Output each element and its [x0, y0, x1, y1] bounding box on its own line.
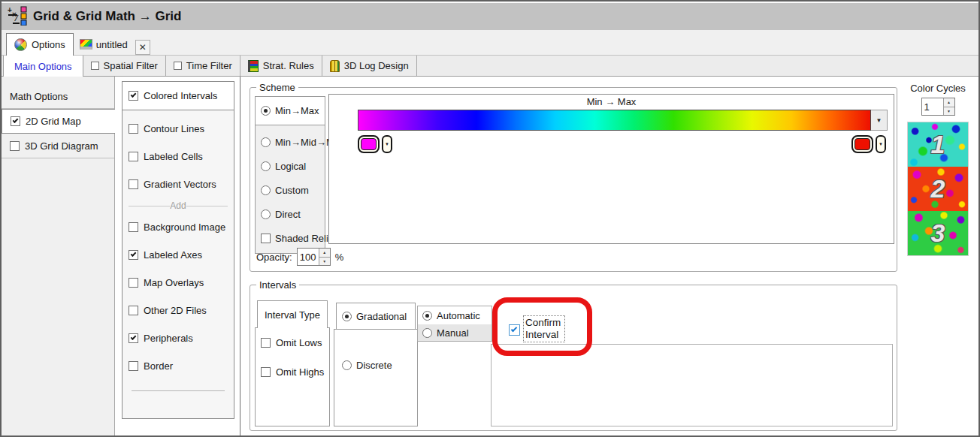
scheme-mode-direct[interactable]: Direct: [256, 202, 325, 226]
tab-spatial-filter[interactable]: Spatial Filter: [83, 56, 166, 76]
gradational-option[interactable]: Gradational: [336, 303, 416, 329]
layer-item-map-overlays[interactable]: Map Overlays: [122, 269, 234, 297]
labeled-axes-label: Labeled Axes: [144, 249, 202, 261]
output-type-nav: Math Options 2D Grid Map 3D Grid Diagram: [2, 77, 115, 435]
min-mid-max-radio: [261, 137, 271, 147]
grid-math-app-icon: + × ⁄: [8, 6, 27, 28]
window-title: Grid & Grid Math → Grid: [33, 9, 181, 24]
cycle-previews: 1 2 3: [907, 122, 969, 256]
cycles-down-icon[interactable]: ▼: [944, 107, 954, 116]
shaded-relief-option[interactable]: Shaded Relief: [256, 226, 325, 250]
close-tab-icon[interactable]: ✕: [135, 40, 150, 55]
colored-intervals-label: Colored Intervals: [144, 90, 217, 101]
color-cycles-section: Color Cycles 1 ▲ ▼ 1 2 3: [905, 87, 971, 431]
max-color-control: ▼: [851, 135, 886, 153]
cycle-preview-2[interactable]: 2: [908, 167, 968, 211]
manual-label: Manual: [437, 327, 469, 339]
add-separator-label: Add: [170, 200, 186, 211]
scheme-mode-min-max[interactable]: Min→Max: [255, 96, 325, 125]
cycle-3-number: 3: [908, 211, 968, 255]
gradient-editor: Min → Max ▼ ▼ ▼: [328, 94, 894, 244]
scheme-mode-list: Min→Max Min→Mid→Max Logical: [255, 96, 325, 254]
opacity-up-icon[interactable]: ▲: [319, 249, 330, 257]
shaded-relief-checkbox: [261, 234, 271, 243]
nav-item-math-options[interactable]: Math Options: [2, 84, 114, 109]
content-area: Math Options 2D Grid Map 3D Grid Diagram…: [2, 77, 978, 435]
automatic-radio: [422, 311, 432, 321]
min-color-swatch[interactable]: [358, 135, 380, 153]
opacity-stepper[interactable]: 100 ▲ ▼: [297, 248, 331, 266]
3d-grid-diagram-checkbox: [10, 141, 20, 151]
tab-time-filter-label: Time Filter: [186, 60, 232, 71]
discrete-option[interactable]: Discrete: [334, 360, 417, 371]
layer-item-colored-intervals[interactable]: Colored Intervals: [122, 81, 234, 110]
layer-item-other-2d-files[interactable]: Other 2D Files: [122, 297, 234, 324]
spatial-filter-checkbox: [91, 62, 99, 70]
automatic-option[interactable]: Automatic: [417, 306, 492, 324]
interval-type-tab[interactable]: Interval Type: [257, 300, 328, 328]
confirm-interval-option[interactable]: Confirm Interval: [509, 315, 565, 342]
layer-item-contour-lines[interactable]: Contour Lines: [122, 115, 234, 143]
opacity-unit: %: [335, 252, 344, 263]
layer-item-gradient-vectors[interactable]: Gradient Vectors: [122, 170, 234, 198]
max-color-dropdown-icon[interactable]: ▼: [876, 135, 886, 153]
scheme-mode-logical[interactable]: Logical: [256, 154, 325, 178]
map-overlays-label: Map Overlays: [144, 277, 204, 288]
confirm-interval-label: Confirm Interval: [523, 315, 565, 342]
scheme-groupbox: Scheme Min→Max Min→Mid→Max: [250, 87, 897, 272]
manual-option[interactable]: Manual: [417, 324, 492, 342]
options-tab-bar: Main Options Spatial Filter Time Filter …: [2, 56, 978, 77]
tab-time-filter[interactable]: Time Filter: [166, 56, 240, 76]
interval-type-label: Interval Type: [265, 309, 320, 321]
color-cycles-stepper[interactable]: 1 ▲ ▼: [921, 98, 955, 116]
layer-item-peripherals[interactable]: Peripherals: [122, 324, 234, 352]
peripherals-checkbox: [129, 333, 138, 343]
nav-math-options-label: Math Options: [10, 91, 68, 102]
map-overlays-checkbox: [129, 278, 138, 288]
interval-calc-block: Automatic Manual: [417, 306, 492, 342]
scheme-mode-custom[interactable]: Custom: [256, 178, 325, 202]
layer-item-background-image[interactable]: Background Image: [122, 213, 234, 241]
nav-item-3d-grid-diagram[interactable]: 3D Grid Diagram: [2, 134, 114, 158]
color-cycles-value: 1: [922, 98, 943, 115]
nav-item-2d-grid-map[interactable]: 2D Grid Map: [2, 109, 115, 134]
layer-item-border[interactable]: Border: [122, 352, 234, 380]
tab-strat-rules[interactable]: Strat. Rules: [240, 56, 322, 76]
omit-lows-option[interactable]: Omit Lows: [256, 337, 329, 348]
document-tab-bar: Options untitled ✕: [2, 30, 978, 56]
scheme-mode-min-mid-max[interactable]: Min→Mid→Max: [256, 130, 325, 154]
gradient-vectors-label: Gradient Vectors: [144, 179, 216, 190]
tab-3d-log-design[interactable]: 3D Log Design: [322, 56, 417, 76]
border-checkbox: [129, 361, 138, 371]
tab-options[interactable]: Options: [6, 33, 74, 56]
layer-item-labeled-axes[interactable]: Labeled Axes: [122, 241, 234, 269]
strat-rules-icon: [248, 60, 259, 72]
title-bar: + × ⁄ Grid & Grid Math → Grid: [2, 2, 978, 30]
gradient-dropdown-icon[interactable]: ▼: [871, 110, 888, 131]
custom-radio: [261, 185, 271, 195]
custom-label: Custom: [275, 185, 309, 196]
omit-highs-option[interactable]: Omit Highs: [256, 366, 329, 378]
tab-untitled[interactable]: untitled: [77, 34, 131, 55]
gradient-title: Min → Max: [329, 95, 894, 110]
cycle-2-number: 2: [908, 167, 968, 211]
cycles-up-icon[interactable]: ▲: [944, 98, 954, 107]
colored-intervals-checkbox: [129, 91, 138, 101]
cycle-preview-3[interactable]: 3: [908, 211, 968, 255]
min-color-dropdown-icon[interactable]: ▼: [382, 135, 392, 153]
scheme-group-label: Scheme: [256, 82, 298, 93]
contour-lines-checkbox: [129, 124, 138, 134]
layer-item-labeled-cells[interactable]: Labeled Cells: [122, 143, 234, 170]
interval-detail-panel: [491, 344, 893, 426]
logical-radio: [261, 161, 271, 171]
opacity-control: Opacity: 100 ▲ ▼ %: [256, 248, 343, 266]
map-layers-panel: Contour Lines Labeled Cells Gradient Vec…: [122, 110, 234, 419]
opacity-down-icon[interactable]: ▼: [319, 257, 330, 266]
omit-highs-label: Omit Highs: [276, 366, 324, 378]
shaded-relief-label: Shaded Relief: [275, 233, 337, 244]
other-2d-files-checkbox: [129, 306, 138, 315]
cycle-preview-1[interactable]: 1: [908, 122, 968, 167]
max-color-swatch[interactable]: [851, 135, 873, 153]
tab-main-options[interactable]: Main Options: [3, 56, 83, 77]
color-gradient-bar[interactable]: [358, 110, 871, 131]
